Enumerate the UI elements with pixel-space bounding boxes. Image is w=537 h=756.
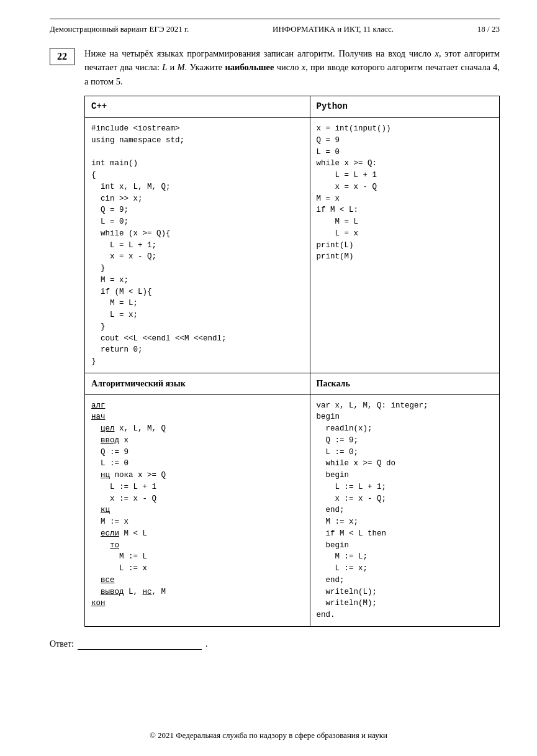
answer-label: Ответ:: [50, 639, 74, 649]
header-left: Демонстрационный вариант ЕГЭ 2021 г.: [50, 24, 189, 34]
question-number: 22: [50, 48, 74, 65]
code-table: C++ Python #include <iostream> using nam…: [84, 96, 500, 626]
code-pascal: var x, L, M, Q: integer; begin readln(x)…: [310, 394, 500, 626]
answer-period: .: [205, 639, 208, 649]
page-footer: © 2021 Федеральная служба по надзору в с…: [0, 731, 537, 740]
header-algo: Алгоритмический язык: [85, 373, 310, 394]
code-algo: алг нач цел x, L, M, Q ввод x Q := 9 L :…: [85, 394, 310, 626]
header-right: 18 / 23: [477, 24, 500, 34]
question-block: 22 Ниже на четырёх языках программирован…: [50, 47, 500, 627]
header-python: Python: [310, 96, 500, 118]
code-cpp: #include <iostream> using namespace std;…: [85, 118, 310, 373]
page-header: Демонстрационный вариант ЕГЭ 2021 г. ИНФ…: [50, 24, 500, 34]
question-text: Ниже на четырёх языках программирования …: [84, 47, 500, 627]
code-python: x = int(input()) Q = 9 L = 0 while x >= …: [310, 118, 500, 373]
header-pascal: Паскаль: [310, 373, 500, 394]
page: Демонстрационный вариант ЕГЭ 2021 г. ИНФ…: [0, 0, 537, 756]
answer-section: Ответ: .: [50, 639, 500, 650]
footer-text: © 2021 Федеральная служба по надзору в с…: [150, 731, 387, 740]
answer-input-line: [78, 639, 202, 650]
header-center: ИНФОРМАТИКА и ИКТ, 11 класс.: [273, 24, 394, 34]
header-cpp: C++: [85, 96, 310, 118]
